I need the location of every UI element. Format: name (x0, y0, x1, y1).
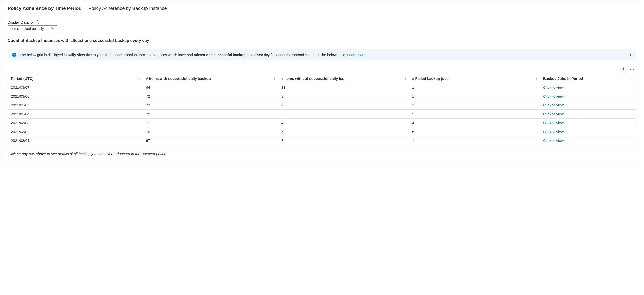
cell-jobs-link: Click to view (540, 110, 636, 119)
table-header-row: Period (UTC)↑↓ # Items with successful d… (8, 74, 636, 83)
cell-with-success: 67 (143, 136, 278, 145)
policy-adherence-table: Period (UTC)↑↓ # Items with successful d… (8, 74, 636, 145)
column-header-without-success[interactable]: # Items without successful daily ba…↑↓ (278, 74, 409, 83)
info-banner-message: The below grid is displayed in Daily vie… (20, 53, 626, 57)
cell-with-success: 70 (143, 127, 278, 136)
cell-with-success: 71 (143, 119, 278, 127)
cell-failed-jobs: 1 (409, 101, 540, 110)
table-row[interactable]: 2021/03/067231Click to view (8, 92, 636, 101)
sort-icon: ↑↓ (137, 76, 140, 80)
cell-failed-jobs: 1 (409, 92, 540, 101)
table-row[interactable]: 2021/03/016781Click to view (8, 136, 636, 145)
sort-icon: ↑↓ (403, 76, 406, 80)
cell-failed-jobs: 2 (409, 110, 540, 119)
sort-icon: ↑↓ (630, 76, 633, 80)
tab-policy-adherence-time-period[interactable]: Policy Adherence by Time Period (8, 6, 82, 13)
cell-period: 2021/03/07 (8, 83, 143, 92)
table-row[interactable]: 2021/03/027055Click to view (8, 127, 636, 136)
cell-period: 2021/03/01 (8, 136, 143, 145)
footnote: Click on any row above to see details of… (8, 152, 636, 156)
click-to-view-link[interactable]: Click to view (543, 130, 564, 134)
cell-without-success: 8 (278, 136, 409, 145)
cell-jobs-link: Click to view (540, 136, 636, 145)
info-banner: i The below grid is displayed in Daily v… (8, 49, 636, 60)
display-data-for-dropdown[interactable]: Items backed up daily (8, 25, 57, 32)
click-to-view-link[interactable]: Click to view (543, 103, 564, 107)
learn-more-link[interactable]: Learn more (347, 53, 366, 57)
click-to-view-link[interactable]: Click to view (543, 112, 564, 116)
cell-with-success: 73 (143, 101, 278, 110)
sort-icon: ↑↓ (534, 76, 537, 80)
cell-without-success: 11 (278, 83, 409, 92)
cell-without-success: 4 (278, 119, 409, 127)
info-icon: i (12, 53, 16, 57)
cell-without-success: 3 (278, 92, 409, 101)
tabs: Policy Adherence by Time Period Policy A… (8, 6, 636, 13)
cell-jobs-link: Click to view (540, 101, 636, 110)
cell-failed-jobs: 5 (409, 127, 540, 136)
chevron-down-icon (51, 27, 54, 30)
info-icon[interactable]: i (36, 20, 39, 24)
click-to-view-link[interactable]: Click to view (543, 85, 564, 89)
grid-toolbar: ··· (8, 66, 636, 74)
column-header-jobs-in-period[interactable]: Backup Jobs In Period↑↓ (540, 74, 636, 83)
table-row[interactable]: 2021/03/037144Click to view (8, 119, 636, 127)
cell-period: 2021/03/06 (8, 92, 143, 101)
column-header-period[interactable]: Period (UTC)↑↓ (8, 74, 143, 83)
cell-jobs-link: Click to view (540, 127, 636, 136)
cell-without-success: 2 (278, 101, 409, 110)
table-row[interactable]: 2021/03/047232Click to view (8, 110, 636, 119)
expand-collapse-icon[interactable]: ▲▼ (630, 53, 632, 56)
table-row[interactable]: 2021/03/057321Click to view (8, 101, 636, 110)
section-title: Count of Backup Instances with atleast o… (8, 38, 636, 43)
click-to-view-link[interactable]: Click to view (543, 121, 564, 125)
filter-label: Display Data for (8, 20, 34, 24)
dropdown-selected-value: Items backed up daily (10, 27, 44, 30)
more-options-icon[interactable]: ··· (630, 67, 634, 71)
cell-without-success: 5 (278, 127, 409, 136)
cell-with-success: 72 (143, 92, 278, 101)
filter-label-row: Display Data for i (8, 20, 636, 24)
cell-failed-jobs: 4 (409, 119, 540, 127)
table-row[interactable]: 2021/03/0764111Click to view (8, 83, 636, 92)
cell-jobs-link: Click to view (540, 119, 636, 127)
column-header-failed-jobs[interactable]: # Failed backup jobs↑↓ (409, 74, 540, 83)
cell-period: 2021/03/04 (8, 110, 143, 119)
cell-period: 2021/03/02 (8, 127, 143, 136)
cell-with-success: 64 (143, 83, 278, 92)
report-panel: Policy Adherence by Time Period Policy A… (1, 1, 643, 162)
download-icon[interactable] (621, 67, 626, 71)
click-to-view-link[interactable]: Click to view (543, 138, 564, 143)
cell-jobs-link: Click to view (540, 83, 636, 92)
cell-failed-jobs: 1 (409, 136, 540, 145)
cell-with-success: 72 (143, 110, 278, 119)
cell-jobs-link: Click to view (540, 92, 636, 101)
column-header-with-success[interactable]: # Items with successful daily backup↑↓ (143, 74, 278, 83)
cell-failed-jobs: 1 (409, 83, 540, 92)
cell-period: 2021/03/05 (8, 101, 143, 110)
cell-without-success: 3 (278, 110, 409, 119)
click-to-view-link[interactable]: Click to view (543, 94, 564, 98)
sort-icon: ↑↓ (272, 76, 276, 80)
tab-policy-adherence-backup-instance[interactable]: Policy Adherence by Backup Instance (88, 6, 167, 13)
cell-period: 2021/03/03 (8, 119, 143, 127)
